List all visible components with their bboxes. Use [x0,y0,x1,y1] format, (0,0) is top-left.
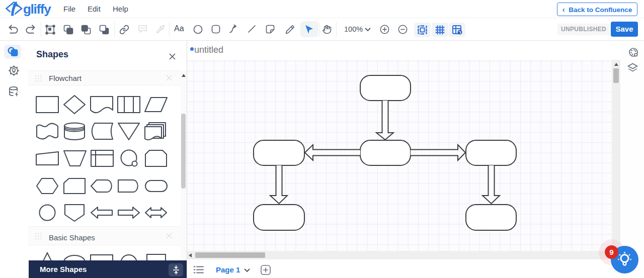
svg-text:gliffy: gliffy [23,2,51,17]
